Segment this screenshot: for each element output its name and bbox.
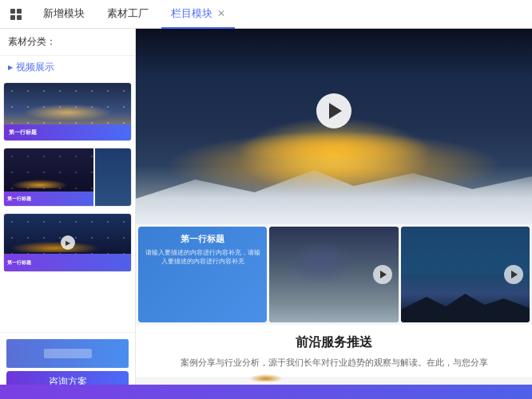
section-title: 前沿服务推送 xyxy=(149,334,519,351)
sidebar-search-bar: 素材分类： 🔍 ▾ xyxy=(0,29,135,56)
tab-bar: 新增模块 素材工厂 栏目模块 ✕ xyxy=(0,0,532,29)
grid-icon xyxy=(10,9,22,20)
thumb-3: ▶ 第一行标题 xyxy=(4,214,131,271)
sidebar-panel: 素材分类： 🔍 ▾ 视频展示 第一行标题 xyxy=(0,29,136,399)
template-item-1[interactable]: 第一行标题 xyxy=(3,82,132,141)
play-button-large[interactable] xyxy=(316,93,351,128)
tab-close-icon[interactable]: ✕ xyxy=(217,8,225,19)
card-3-play[interactable] xyxy=(504,265,523,284)
consult-preview xyxy=(6,339,129,368)
play-arrow-icon xyxy=(329,103,342,119)
tab-new-block[interactable]: 新增模块 xyxy=(34,0,94,29)
template-item-2[interactable]: 第一行标题 xyxy=(3,148,132,207)
main-layout: 素材分类： 🔍 ▾ 视频展示 第一行标题 xyxy=(0,29,532,399)
thumb-bar-left: 第一行标题 xyxy=(4,192,93,206)
sidebar-items: 第一行标题 第一行标题 xyxy=(0,79,135,332)
category-label[interactable]: 视频展示 xyxy=(0,56,135,79)
play-icon-card3 xyxy=(511,271,518,279)
main-video xyxy=(136,29,532,224)
search-label: 素材分类： xyxy=(8,35,56,49)
template-item-3[interactable]: ▶ 第一行标题 xyxy=(3,213,132,272)
card-1-title: 第一行标题 xyxy=(145,233,260,245)
card-2[interactable] xyxy=(269,227,398,322)
card-2-play[interactable] xyxy=(373,265,392,284)
thumb-left: 第一行标题 xyxy=(4,148,93,206)
card-1-desc: 请输入要描述的内容进行内容补充，请输入要描述的内容进行内容补充 xyxy=(145,248,260,266)
bottom-card-grid: 第一行标题 请输入要描述的内容进行内容补充，请输入要描述的内容进行内容补充 xyxy=(136,224,532,325)
thumb-1: 第一行标题 xyxy=(4,83,131,140)
tab-material-factory[interactable]: 素材工厂 xyxy=(97,0,158,29)
card-3[interactable] xyxy=(401,227,530,322)
play-icon-card2 xyxy=(380,271,387,279)
thumb-right xyxy=(95,148,131,206)
content-area: 第一行标题 请输入要描述的内容进行内容补充，请输入要描述的内容进行内容补充 xyxy=(136,29,532,399)
card-1[interactable]: 第一行标题 请输入要描述的内容进行内容补充，请输入要描述的内容进行内容补充 xyxy=(138,227,267,322)
thumb-overlay-1: 第一行标题 xyxy=(4,124,131,140)
grid-menu-button[interactable] xyxy=(6,5,26,24)
search-input[interactable] xyxy=(61,37,136,48)
card-1-text: 第一行标题 请输入要描述的内容进行内容补充，请输入要描述的内容进行内容补充 xyxy=(138,227,267,272)
thumb-bar-3: 第一行标题 xyxy=(4,254,131,271)
play-icon-small[interactable]: ▶ xyxy=(61,235,75,250)
thumb-multi-2: 第一行标题 xyxy=(4,148,131,206)
tab-column-module[interactable]: 栏目模块 ✕ xyxy=(161,0,235,29)
